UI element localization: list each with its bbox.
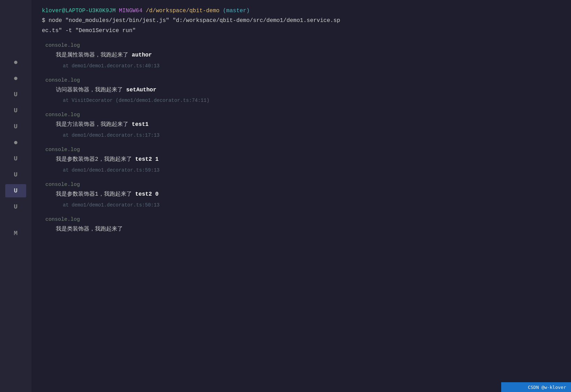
console-label-2: console.log xyxy=(42,76,571,85)
console-label-4: console.log xyxy=(42,145,571,154)
console-message-2: 访问器装饰器，我跑起来了 setAuthor xyxy=(42,85,571,95)
console-message-5: 我是参数装饰器1，我跑起来了 test2 0 xyxy=(42,189,571,199)
sidebar-marker-dot2[interactable]: ● xyxy=(5,72,26,85)
console-message-4: 我是参数装饰器2，我跑起来了 test2 1 xyxy=(42,154,571,165)
command-line1: $ node "node_modules/jest/bin/jest.js" "… xyxy=(42,16,571,26)
console-label-3: console.log xyxy=(42,110,571,120)
sidebar-marker-u7[interactable]: U xyxy=(5,200,26,213)
sidebar: ● ● U U U ● U U U U M xyxy=(0,0,31,392)
console-block-2: console.log 访问器装饰器，我跑起来了 setAuthor at Vi… xyxy=(42,76,571,106)
console-location-4: at demo1/demo1.decorator.ts:59:13 xyxy=(42,165,571,175)
sidebar-marker-dot1[interactable]: ● xyxy=(5,56,26,69)
prompt-user: klover@LAPTOP-U3K0K9JM xyxy=(42,8,116,14)
console-block-3: console.log 我是方法装饰器，我跑起来了 test1 at demo1… xyxy=(42,110,571,140)
main-terminal-content: klover@LAPTOP-U3K0K9JM MINGW64 /d/worksp… xyxy=(31,0,571,392)
console-label-6: console.log xyxy=(42,215,571,224)
console-label-5: console.log xyxy=(42,180,571,189)
console-block-4: console.log 我是参数装饰器2，我跑起来了 test2 1 at de… xyxy=(42,145,571,175)
sidebar-marker-u1[interactable]: U xyxy=(5,88,26,101)
terminal-header: klover@LAPTOP-U3K0K9JM MINGW64 /d/worksp… xyxy=(42,6,571,36)
console-location-2: at VisitDecorator (demo1/demo1.decorator… xyxy=(42,96,571,105)
prompt-branch: (master) xyxy=(223,8,250,14)
sidebar-marker-u5[interactable]: U xyxy=(5,168,26,181)
console-block-5: console.log 我是参数装饰器1，我跑起来了 test2 0 at de… xyxy=(42,180,571,210)
command-line2: ec.ts" -t "Demo1Service run" xyxy=(42,26,571,36)
console-message-1: 我是属性装饰器，我跑起来了 author xyxy=(42,50,571,60)
bottom-bar-text: CSDN @w-klover xyxy=(528,385,566,390)
console-location-5: at demo1/demo1.decorator.ts:50:13 xyxy=(42,200,571,210)
sidebar-marker-m1[interactable]: M xyxy=(5,227,26,240)
prompt-shell: MINGW64 xyxy=(119,8,142,14)
console-block-1: console.log 我是属性装饰器，我跑起来了 author at demo… xyxy=(42,41,571,71)
console-location-3: at demo1/demo1.decorator.ts:17:13 xyxy=(42,130,571,140)
console-message-3: 我是方法装饰器，我跑起来了 test1 xyxy=(42,120,571,130)
console-location-1: at demo1/demo1.decorator.ts:40:13 xyxy=(42,61,571,71)
console-block-6: console.log 我是类装饰器，我跑起来了 xyxy=(42,215,571,234)
sidebar-marker-u3[interactable]: U xyxy=(5,120,26,133)
console-message-6: 我是类装饰器，我跑起来了 xyxy=(42,224,571,234)
sidebar-marker-dot3[interactable]: ● xyxy=(5,136,26,149)
sidebar-marker-u4[interactable]: U xyxy=(5,152,26,165)
prompt-path: /d/workspace/qbit-demo xyxy=(146,8,220,14)
sidebar-marker-u6-active[interactable]: U xyxy=(5,184,26,197)
prompt-line: klover@LAPTOP-U3K0K9JM MINGW64 /d/worksp… xyxy=(42,6,571,16)
sidebar-marker-u2[interactable]: U xyxy=(5,104,26,117)
console-label-1: console.log xyxy=(42,41,571,50)
bottom-bar: CSDN @w-klover xyxy=(501,382,571,392)
